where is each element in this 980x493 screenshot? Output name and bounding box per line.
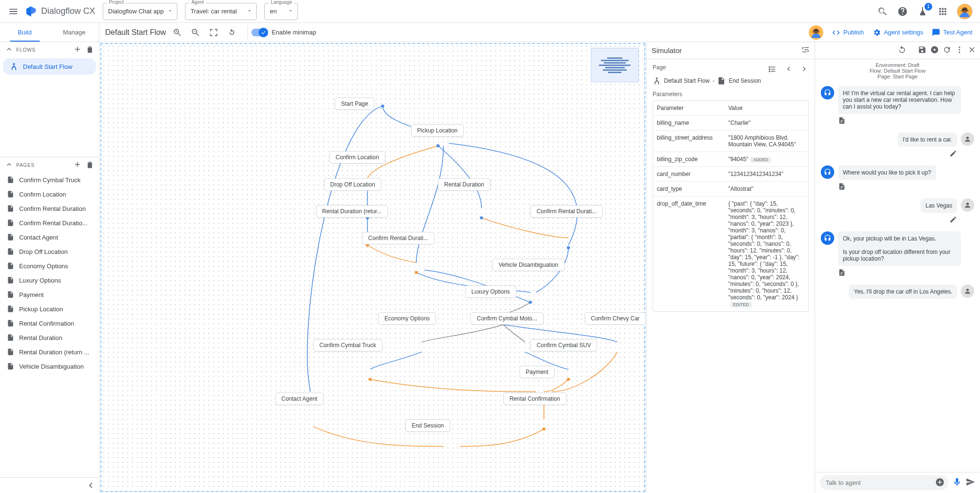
sidebar-page-item[interactable]: Drop Off Location (0, 244, 99, 259)
tab-list: Build Manage (0, 23, 99, 42)
agent-selector[interactable]: Agent Travel: car rental (185, 3, 257, 20)
sidebar-page-item[interactable]: Confirm Rental Duration (0, 201, 99, 216)
mic-icon[interactable] (952, 477, 962, 488)
sidebar-page-item[interactable]: Rental Duration (return ... (0, 345, 99, 359)
next-page-icon[interactable] (800, 65, 809, 75)
presence-avatar[interactable] (809, 25, 823, 40)
sidebar-page-item[interactable]: Economy Options (0, 259, 99, 273)
brand-logo[interactable]: Dialogflow CX (25, 5, 95, 18)
more-icon[interactable] (955, 45, 964, 55)
param-row[interactable]: drop_off_date_time{ "past": { "day": 15,… (653, 197, 808, 311)
chat-log[interactable]: Hi! I'm the virtual car rental agent. I … (815, 82, 980, 472)
list-icon[interactable] (768, 65, 776, 75)
node-confirm-rental-duration-1[interactable]: Confirm Rental Durati... (362, 232, 434, 244)
play-icon[interactable] (930, 45, 939, 55)
pages-list[interactable]: Confirm Cymbal TruckConfirm LocationConf… (0, 173, 99, 477)
minimap-toggle[interactable]: Enable minimap (251, 29, 316, 36)
node-confirm-cymbal-truck[interactable]: Confirm Cymbal Truck (313, 339, 382, 351)
node-luxury-options[interactable]: Luxury Options (465, 285, 516, 298)
delete-flow-icon[interactable] (86, 45, 94, 55)
help-icon[interactable] (897, 6, 908, 17)
undo-icon[interactable] (898, 45, 906, 55)
sidebar-page-item[interactable]: Payment (0, 287, 99, 302)
agent-avatar-icon (821, 165, 834, 179)
add-page-icon[interactable] (73, 160, 82, 170)
sidebar-page-item[interactable]: Confirm Rental Duratio... (0, 216, 99, 230)
sidebar-page-item[interactable]: Rental Duration (0, 330, 99, 345)
param-row[interactable]: billing_name"Charlie" (653, 116, 808, 131)
node-end-session[interactable]: End Session (405, 419, 450, 432)
search-icon[interactable] (877, 6, 888, 17)
agent-settings-button[interactable]: Agent settings (872, 28, 923, 37)
prev-page-icon[interactable] (784, 65, 793, 75)
publish-button[interactable]: Publish (832, 28, 864, 37)
sidebar: Flows Default Start Flow Pages (0, 42, 99, 493)
edit-icon[interactable] (949, 216, 957, 225)
chat-input[interactable] (820, 475, 948, 490)
tab-build[interactable]: Build (0, 23, 50, 42)
node-confirm-chevy-car[interactable]: Confirm Chevy Car (585, 312, 646, 325)
node-confirm-cymbal-moto[interactable]: Confirm Cymbal Moto... (470, 312, 543, 325)
tab-manage[interactable]: Manage (50, 23, 99, 42)
node-contact-agent[interactable]: Contact Agent (275, 393, 324, 405)
fit-screen-icon[interactable] (208, 27, 219, 38)
send-icon[interactable] (966, 477, 975, 488)
note-icon[interactable] (838, 183, 846, 192)
zoom-out-icon[interactable] (190, 27, 201, 38)
user-avatar[interactable] (957, 4, 972, 19)
node-confirm-cymbal-suv[interactable]: Confirm Cymbal SUV (530, 339, 597, 351)
reset-rotation-icon[interactable] (226, 27, 238, 38)
test-agent-button[interactable]: Test Agent (932, 28, 972, 37)
param-row[interactable]: card_number"1234123412341234" (653, 167, 808, 182)
node-rental-confirmation[interactable]: Rental Confirmation (503, 393, 566, 405)
param-row[interactable]: billing_street_address"1800 Amphibious B… (653, 131, 808, 152)
node-confirm-rental-duration-2[interactable]: Confirm Rental Durati... (530, 205, 602, 218)
node-vehicle-disambiguation[interactable]: Vehicle Disambiguation (492, 259, 565, 271)
sidebar-page-item[interactable]: Vehicle Disambiguation (0, 359, 99, 373)
node-rental-duration-return[interactable]: Rental Duration (retur... (316, 205, 388, 218)
close-icon[interactable] (968, 45, 976, 55)
sidebar-flow-item[interactable]: Default Start Flow (3, 58, 96, 75)
delete-page-icon[interactable] (86, 160, 94, 170)
flow-item-label: Default Start Flow (23, 63, 72, 70)
node-drop-off-location[interactable]: Drop Off Location (324, 178, 381, 191)
sidebar-page-item[interactable]: Contact Agent (0, 230, 99, 244)
menu-icon[interactable] (8, 6, 19, 17)
note-icon[interactable] (838, 269, 846, 278)
save-icon[interactable] (918, 45, 926, 55)
param-row[interactable]: card_type"Altostrat" (653, 182, 808, 197)
svg-point-12 (369, 378, 372, 381)
flow-canvas[interactable]: Start Page Pickup Location Confirm Locat… (100, 43, 645, 492)
node-pickup-location[interactable]: Pickup Location (411, 124, 464, 137)
node-rental-duration[interactable]: Rental Duration (438, 178, 490, 191)
sidebar-page-item[interactable]: Confirm Cymbal Truck (0, 173, 99, 187)
param-row[interactable]: billing_zip_code"94045"ADDED (653, 152, 808, 167)
chevron-up-icon[interactable] (5, 45, 13, 55)
project-label: Project (107, 0, 126, 5)
sidebar-page-item[interactable]: Pickup Location (0, 302, 99, 316)
sidebar-page-item[interactable]: Confirm Location (0, 187, 99, 201)
minimap[interactable] (591, 48, 639, 82)
project-selector[interactable]: Project Dialogflow Chat app (103, 3, 177, 20)
agent-message-text: Ok, your pickup will be in Las Vegas.Is … (838, 231, 961, 266)
node-payment[interactable]: Payment (520, 366, 555, 378)
chevron-up-icon[interactable] (5, 160, 13, 170)
sidebar-page-item[interactable]: Rental Confirmation (0, 316, 99, 330)
node-start-page[interactable]: Start Page (335, 98, 374, 110)
labs-icon[interactable]: 1 (917, 6, 928, 17)
collapse-sidebar-icon[interactable] (85, 480, 96, 491)
note-icon[interactable] (838, 117, 846, 126)
add-flow-icon[interactable] (73, 45, 82, 55)
language-selector[interactable]: Language en (264, 3, 298, 20)
node-confirm-location[interactable]: Confirm Location (329, 151, 385, 164)
node-economy-options[interactable]: Economy Options (378, 312, 436, 325)
reset-icon[interactable] (943, 45, 951, 55)
toggle-layout-icon[interactable] (801, 45, 810, 55)
zoom-in-icon[interactable] (172, 27, 183, 38)
agent-message-text: Hi! I'm the virtual car rental agent. I … (838, 86, 961, 114)
edit-icon[interactable] (949, 150, 957, 159)
plus-circle-icon[interactable] (935, 477, 945, 488)
param-name: billing_name (653, 116, 725, 130)
sidebar-page-item[interactable]: Luxury Options (0, 273, 99, 287)
apps-icon[interactable] (937, 6, 948, 17)
